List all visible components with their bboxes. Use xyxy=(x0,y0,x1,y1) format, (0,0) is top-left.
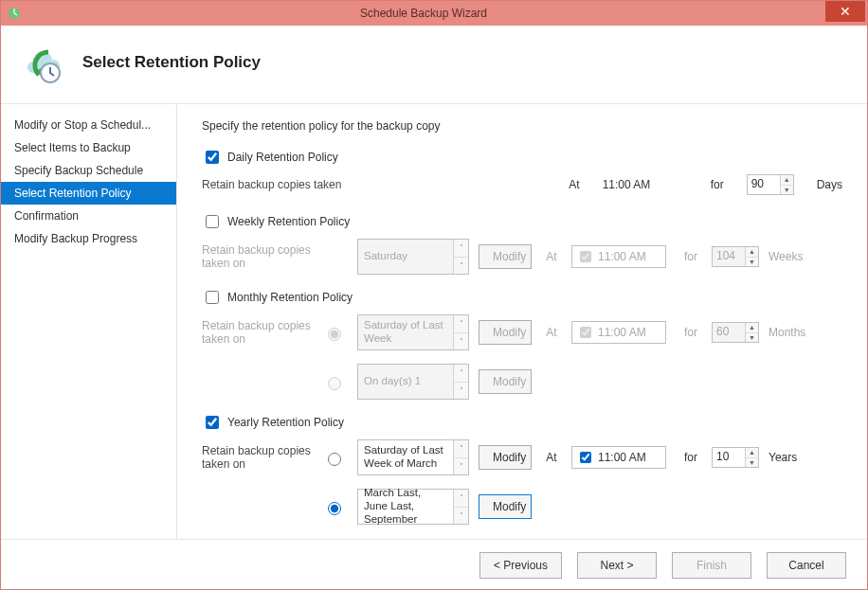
weekly-weeks-value: 104 xyxy=(713,247,745,266)
cancel-button[interactable]: Cancel xyxy=(767,552,846,579)
monthly-policy-checkbox[interactable] xyxy=(206,291,219,304)
yearly-row-1: Retain backup copies taken on Saturday o… xyxy=(202,439,842,475)
weekly-policy-checkbox-row[interactable]: Weekly Retention Policy xyxy=(202,212,842,231)
yearly-row-2: March Last, June Last, September ˄˅ Modi… xyxy=(202,489,842,525)
chevron-down-icon: ˅ xyxy=(454,258,468,275)
monthly-months-value: 60 xyxy=(713,323,745,342)
chevron-down-icon: ▼ xyxy=(746,333,758,343)
sidebar-item-select-items[interactable]: Select Items to Backup xyxy=(1,136,176,159)
chevron-down-icon[interactable]: ▼ xyxy=(746,458,758,468)
weekly-day-select: Saturday ˄˅ xyxy=(357,239,469,275)
chevron-up-icon: ▲ xyxy=(746,247,758,258)
monthly-unit-label: Months xyxy=(769,326,812,339)
yearly-modify2-button[interactable]: Modify xyxy=(479,494,532,519)
yearly-option1-value: Saturday of Last Week of March xyxy=(358,440,453,474)
chevron-up-icon: ▲ xyxy=(746,323,758,333)
daily-policy-checkbox-row[interactable]: Daily Retention Policy xyxy=(202,148,842,167)
weekly-time-checkbox xyxy=(580,251,591,262)
sidebar-item-modify-progress[interactable]: Modify Backup Progress xyxy=(1,227,176,250)
daily-for-label: for xyxy=(711,178,724,191)
chevron-up-icon: ˄ xyxy=(454,365,468,383)
monthly-at-label: At xyxy=(539,326,564,339)
sidebar-item-modify-stop[interactable]: Modify or Stop a Schedul... xyxy=(1,114,176,136)
yearly-time-value: 11:00 AM xyxy=(598,451,646,464)
daily-time-value: 11:00 AM xyxy=(603,178,688,191)
yearly-unit-label: Years xyxy=(769,451,812,464)
yearly-years-stepper[interactable]: 10 ▲▼ xyxy=(712,447,759,468)
weekly-unit-label: Weeks xyxy=(769,250,812,263)
weekly-row: Retain backup copies taken on Saturday ˄… xyxy=(202,239,842,275)
finish-button: Finish xyxy=(672,552,751,579)
monthly-option2-select: On day(s) 1 ˄˅ xyxy=(357,364,469,400)
chevron-down-icon: ˅ xyxy=(454,333,468,350)
window-title: Schedule Backup Wizard xyxy=(22,7,825,20)
previous-button[interactable]: < Previous xyxy=(479,552,562,579)
yearly-option2-select[interactable]: March Last, June Last, September ˄˅ xyxy=(357,489,469,525)
monthly-time-value: 11:00 AM xyxy=(598,326,646,339)
monthly-policy-checkbox-row[interactable]: Monthly Retention Policy xyxy=(202,288,842,307)
monthly-time-field: 11:00 AM xyxy=(571,321,666,344)
yearly-row-label: Retain backup copies taken on xyxy=(202,444,316,471)
titlebar: Schedule Backup Wizard ✕ xyxy=(1,1,867,26)
chevron-down-icon[interactable]: ˅ xyxy=(454,508,468,525)
weekly-for-label: for xyxy=(678,250,704,263)
yearly-option2-radio[interactable] xyxy=(328,502,341,515)
sidebar-item-retention-policy[interactable]: Select Retention Policy xyxy=(1,182,176,205)
chevron-down-icon: ▼ xyxy=(746,258,758,267)
yearly-time-checkbox[interactable] xyxy=(580,452,591,463)
instruction-text: Specify the retention policy for the bac… xyxy=(202,119,842,133)
daily-row-label: Retain backup copies taken xyxy=(202,178,410,191)
weekly-day-value: Saturday xyxy=(358,240,453,274)
weekly-time-value: 11:00 AM xyxy=(598,250,646,263)
daily-days-stepper[interactable]: 90 ▲▼ xyxy=(747,174,794,195)
monthly-modify2-button: Modify xyxy=(479,369,532,394)
monthly-row-1: Retain backup copies taken on Saturday o… xyxy=(202,314,842,350)
sidebar-item-confirmation[interactable]: Confirmation xyxy=(1,205,176,227)
page-title: Select Retention Policy xyxy=(82,53,261,72)
wizard-logo-icon xyxy=(20,39,67,86)
weekly-at-label: At xyxy=(539,250,564,263)
chevron-up-icon: ˄ xyxy=(454,240,468,258)
monthly-option2-value: On day(s) 1 xyxy=(358,365,453,399)
chevron-up-icon[interactable]: ▲ xyxy=(746,448,758,458)
weekly-policy-label: Weekly Retention Policy xyxy=(227,215,350,228)
chevron-up-icon[interactable]: ˄ xyxy=(454,490,468,508)
monthly-policy-label: Monthly Retention Policy xyxy=(227,291,353,304)
yearly-at-label: At xyxy=(539,451,564,464)
weekly-policy-checkbox[interactable] xyxy=(206,215,219,228)
yearly-time-field[interactable]: 11:00 AM xyxy=(571,446,666,469)
monthly-row-label: Retain backup copies taken on xyxy=(202,319,316,346)
yearly-years-value: 10 xyxy=(713,448,745,467)
close-icon: ✕ xyxy=(840,4,851,19)
yearly-option2-value: March Last, June Last, September xyxy=(358,490,453,524)
monthly-option1-select: Saturday of Last Week ˄˅ xyxy=(357,314,469,350)
yearly-policy-checkbox[interactable] xyxy=(206,416,219,429)
monthly-modify1-button: Modify xyxy=(479,320,532,345)
wizard-steps-sidebar: Modify or Stop a Schedul... Select Items… xyxy=(1,104,177,539)
chevron-down-icon[interactable]: ˅ xyxy=(454,458,468,475)
sidebar-item-specify-schedule[interactable]: Specify Backup Schedule xyxy=(1,159,176,182)
weekly-modify-button: Modify xyxy=(479,244,532,269)
wizard-footer: < Previous Next > Finish Cancel xyxy=(1,539,867,590)
daily-policy-checkbox[interactable] xyxy=(206,151,219,164)
yearly-modify1-button[interactable]: Modify xyxy=(479,445,532,470)
next-button[interactable]: Next > xyxy=(577,552,657,579)
page-header: Select Retention Policy xyxy=(1,26,867,104)
yearly-for-label: for xyxy=(678,451,704,464)
daily-days-value: 90 xyxy=(748,175,780,194)
close-button[interactable]: ✕ xyxy=(825,1,865,22)
chevron-down-icon[interactable]: ▼ xyxy=(781,186,793,195)
weekly-time-field: 11:00 AM xyxy=(571,245,666,268)
yearly-option1-select[interactable]: Saturday of Last Week of March ˄˅ xyxy=(357,439,469,475)
chevron-up-icon: ˄ xyxy=(454,315,468,333)
monthly-months-stepper: 60 ▲▼ xyxy=(712,322,759,343)
app-icon xyxy=(7,6,22,21)
chevron-down-icon: ˅ xyxy=(454,383,468,400)
monthly-option1-radio xyxy=(328,328,341,341)
yearly-policy-checkbox-row[interactable]: Yearly Retention Policy xyxy=(202,413,842,432)
yearly-option1-radio[interactable] xyxy=(328,453,341,466)
monthly-time-checkbox xyxy=(580,327,591,338)
chevron-up-icon[interactable]: ˄ xyxy=(454,440,468,458)
monthly-option1-value: Saturday of Last Week xyxy=(358,315,453,349)
chevron-up-icon[interactable]: ▲ xyxy=(781,175,793,186)
